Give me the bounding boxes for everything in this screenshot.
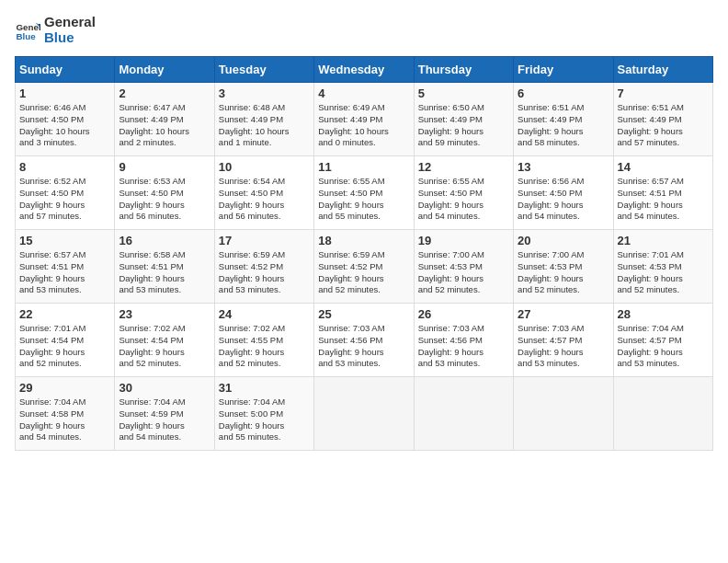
day-info: Sunrise: 6:55 AM Sunset: 4:50 PM Dayligh… (418, 176, 509, 223)
day-number: 19 (418, 234, 509, 247)
col-header-thursday: Thursday (414, 57, 513, 83)
day-info: Sunrise: 6:57 AM Sunset: 4:51 PM Dayligh… (19, 249, 110, 296)
day-info: Sunrise: 6:49 AM Sunset: 4:49 PM Dayligh… (318, 102, 409, 149)
col-header-monday: Monday (115, 57, 214, 83)
calendar-cell: 25Sunrise: 7:03 AM Sunset: 4:56 PM Dayli… (314, 304, 414, 377)
day-info: Sunrise: 6:52 AM Sunset: 4:50 PM Dayligh… (19, 176, 110, 223)
logo-blue: Blue (44, 30, 96, 46)
calendar-cell: 5Sunrise: 6:50 AM Sunset: 4:49 PM Daylig… (414, 83, 513, 156)
day-number: 22 (19, 307, 110, 321)
calendar-cell: 15Sunrise: 6:57 AM Sunset: 4:51 PM Dayli… (16, 230, 115, 304)
calendar-cell: 10Sunrise: 6:54 AM Sunset: 4:50 PM Dayli… (214, 156, 313, 230)
calendar-cell: 12Sunrise: 6:55 AM Sunset: 4:50 PM Dayli… (414, 156, 513, 230)
day-info: Sunrise: 6:51 AM Sunset: 4:49 PM Dayligh… (618, 102, 709, 149)
calendar-cell: 30Sunrise: 7:04 AM Sunset: 4:59 PM Dayli… (115, 377, 214, 451)
day-number: 25 (318, 307, 409, 321)
calendar-cell (613, 377, 712, 451)
calendar-cell: 14Sunrise: 6:57 AM Sunset: 4:51 PM Dayli… (613, 156, 712, 230)
calendar-cell: 22Sunrise: 7:01 AM Sunset: 4:54 PM Dayli… (16, 304, 115, 377)
day-info: Sunrise: 7:04 AM Sunset: 4:59 PM Dayligh… (119, 396, 210, 443)
day-info: Sunrise: 6:46 AM Sunset: 4:50 PM Dayligh… (19, 102, 110, 149)
day-number: 1 (19, 86, 110, 100)
day-number: 29 (19, 381, 110, 395)
calendar-cell: 4Sunrise: 6:49 AM Sunset: 4:49 PM Daylig… (314, 83, 414, 156)
calendar-cell: 19Sunrise: 7:00 AM Sunset: 4:53 PM Dayli… (414, 230, 513, 304)
day-info: Sunrise: 7:04 AM Sunset: 5:00 PM Dayligh… (219, 396, 310, 443)
week-row-3: 15Sunrise: 6:57 AM Sunset: 4:51 PM Dayli… (16, 230, 713, 304)
calendar-table: SundayMondayTuesdayWednesdayThursdayFrid… (15, 56, 713, 451)
week-row-5: 29Sunrise: 7:04 AM Sunset: 4:58 PM Dayli… (16, 377, 713, 451)
col-header-tuesday: Tuesday (214, 57, 313, 83)
col-header-wednesday: Wednesday (314, 57, 414, 83)
day-info: Sunrise: 7:03 AM Sunset: 4:57 PM Dayligh… (518, 323, 609, 370)
col-header-saturday: Saturday (613, 57, 712, 83)
day-info: Sunrise: 7:02 AM Sunset: 4:55 PM Dayligh… (219, 323, 310, 370)
day-number: 4 (318, 86, 409, 100)
calendar-cell: 6Sunrise: 6:51 AM Sunset: 4:49 PM Daylig… (514, 83, 613, 156)
day-number: 23 (119, 307, 210, 321)
day-info: Sunrise: 6:47 AM Sunset: 4:49 PM Dayligh… (119, 102, 210, 149)
day-number: 21 (618, 234, 709, 247)
day-number: 31 (219, 381, 310, 395)
calendar-cell: 24Sunrise: 7:02 AM Sunset: 4:55 PM Dayli… (214, 304, 313, 377)
col-header-sunday: Sunday (16, 57, 115, 83)
logo-icon: General Blue (15, 17, 40, 43)
day-number: 24 (219, 307, 310, 321)
calendar-cell: 28Sunrise: 7:04 AM Sunset: 4:57 PM Dayli… (613, 304, 712, 377)
calendar-cell: 18Sunrise: 6:59 AM Sunset: 4:52 PM Dayli… (314, 230, 414, 304)
day-number: 3 (219, 86, 310, 100)
day-info: Sunrise: 6:55 AM Sunset: 4:50 PM Dayligh… (318, 176, 409, 223)
calendar-cell: 31Sunrise: 7:04 AM Sunset: 5:00 PM Dayli… (214, 377, 313, 451)
week-row-4: 22Sunrise: 7:01 AM Sunset: 4:54 PM Dayli… (16, 304, 713, 377)
calendar-cell (414, 377, 513, 451)
day-info: Sunrise: 7:00 AM Sunset: 4:53 PM Dayligh… (518, 249, 609, 296)
day-info: Sunrise: 7:04 AM Sunset: 4:58 PM Dayligh… (19, 396, 110, 443)
logo-general: General (44, 15, 96, 30)
calendar-cell: 8Sunrise: 6:52 AM Sunset: 4:50 PM Daylig… (16, 156, 115, 230)
logo: General Blue General Blue (15, 15, 96, 45)
day-number: 11 (318, 160, 409, 174)
day-info: Sunrise: 6:59 AM Sunset: 4:52 PM Dayligh… (318, 249, 409, 296)
day-number: 9 (119, 160, 210, 174)
day-info: Sunrise: 7:01 AM Sunset: 4:54 PM Dayligh… (19, 323, 110, 370)
calendar-cell: 13Sunrise: 6:56 AM Sunset: 4:50 PM Dayli… (514, 156, 613, 230)
day-info: Sunrise: 6:51 AM Sunset: 4:49 PM Dayligh… (518, 102, 609, 149)
day-number: 28 (618, 307, 709, 321)
calendar-cell: 11Sunrise: 6:55 AM Sunset: 4:50 PM Dayli… (314, 156, 414, 230)
day-number: 27 (518, 307, 609, 321)
calendar-cell: 21Sunrise: 7:01 AM Sunset: 4:53 PM Dayli… (613, 230, 712, 304)
day-info: Sunrise: 7:03 AM Sunset: 4:56 PM Dayligh… (418, 323, 509, 370)
calendar-cell: 20Sunrise: 7:00 AM Sunset: 4:53 PM Dayli… (514, 230, 613, 304)
header: General Blue General Blue (15, 15, 713, 45)
day-info: Sunrise: 6:59 AM Sunset: 4:52 PM Dayligh… (219, 249, 310, 296)
day-info: Sunrise: 7:04 AM Sunset: 4:57 PM Dayligh… (618, 323, 709, 370)
calendar-cell: 29Sunrise: 7:04 AM Sunset: 4:58 PM Dayli… (16, 377, 115, 451)
day-number: 10 (219, 160, 310, 174)
calendar-cell: 2Sunrise: 6:47 AM Sunset: 4:49 PM Daylig… (115, 83, 214, 156)
day-number: 16 (119, 234, 210, 247)
calendar-cell: 26Sunrise: 7:03 AM Sunset: 4:56 PM Dayli… (414, 304, 513, 377)
day-number: 20 (518, 234, 609, 247)
calendar-cell: 7Sunrise: 6:51 AM Sunset: 4:49 PM Daylig… (613, 83, 712, 156)
day-number: 5 (418, 86, 509, 100)
day-info: Sunrise: 6:53 AM Sunset: 4:50 PM Dayligh… (119, 176, 210, 223)
week-row-2: 8Sunrise: 6:52 AM Sunset: 4:50 PM Daylig… (16, 156, 713, 230)
week-row-1: 1Sunrise: 6:46 AM Sunset: 4:50 PM Daylig… (16, 83, 713, 156)
calendar-cell: 9Sunrise: 6:53 AM Sunset: 4:50 PM Daylig… (115, 156, 214, 230)
calendar-cell: 3Sunrise: 6:48 AM Sunset: 4:49 PM Daylig… (214, 83, 313, 156)
day-number: 12 (418, 160, 509, 174)
day-info: Sunrise: 6:50 AM Sunset: 4:49 PM Dayligh… (418, 102, 509, 149)
calendar-cell: 17Sunrise: 6:59 AM Sunset: 4:52 PM Dayli… (214, 230, 313, 304)
day-number: 6 (518, 86, 609, 100)
day-number: 26 (418, 307, 509, 321)
day-number: 7 (618, 86, 709, 100)
calendar-cell: 27Sunrise: 7:03 AM Sunset: 4:57 PM Dayli… (514, 304, 613, 377)
day-number: 17 (219, 234, 310, 247)
svg-text:Blue: Blue (16, 30, 36, 40)
day-info: Sunrise: 7:01 AM Sunset: 4:53 PM Dayligh… (618, 249, 709, 296)
calendar-cell: 23Sunrise: 7:02 AM Sunset: 4:54 PM Dayli… (115, 304, 214, 377)
calendar-cell: 16Sunrise: 6:58 AM Sunset: 4:51 PM Dayli… (115, 230, 214, 304)
day-info: Sunrise: 6:54 AM Sunset: 4:50 PM Dayligh… (219, 176, 310, 223)
day-info: Sunrise: 6:57 AM Sunset: 4:51 PM Dayligh… (618, 176, 709, 223)
calendar-cell (314, 377, 414, 451)
